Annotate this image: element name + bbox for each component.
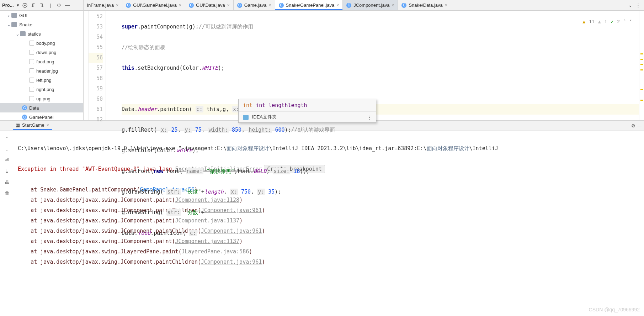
tab-snake-gamepanel[interactable]: CSnake\GamePanel.java×	[275, 0, 343, 10]
tab-inframe[interactable]: inFrame.java×	[84, 0, 122, 10]
tree-folder-snake[interactable]: ⌄Snake	[0, 20, 83, 29]
image-file-icon	[29, 78, 34, 83]
tab-gui-gamepanel[interactable]: CGUI\GamePanel.java×	[122, 0, 185, 10]
inspection-lens[interactable]: ▲11 ▲1 ✔2 ˄ ˅	[582, 16, 632, 27]
image-file-icon	[29, 87, 34, 92]
tree-file[interactable]: body.png	[0, 38, 83, 48]
run-tab-startgame[interactable]: ▦ StartGame ×	[13, 121, 52, 130]
project-header: Pro... ▾ ⇵ ⇅ | ⚙ —	[0, 0, 84, 10]
class-icon: C	[22, 115, 27, 120]
image-file-icon	[29, 41, 34, 46]
close-icon[interactable]: ×	[179, 3, 181, 8]
stop-icon[interactable]: ↓	[6, 146, 8, 152]
tab-overflow: ⌄ ⋮	[625, 0, 644, 10]
tree-folder-statics[interactable]: ⌄statics	[0, 29, 83, 38]
chevron-right-icon[interactable]: ›	[6, 13, 11, 18]
tree-file[interactable]: up.png	[0, 94, 83, 103]
class-icon: C	[237, 3, 242, 8]
hide-icon[interactable]: —	[65, 2, 70, 8]
folder-icon	[11, 22, 17, 27]
gear-icon[interactable]: ⚙	[56, 2, 62, 8]
target-icon[interactable]	[22, 2, 28, 8]
more-icon[interactable]: ⋮	[367, 115, 372, 120]
tree-file[interactable]: header.jpg	[0, 66, 83, 75]
tab-snake-data[interactable]: CSnake\Data.java×	[398, 0, 451, 10]
top-bar: Pro... ▾ ⇵ ⇅ | ⚙ — inFrame.java× CGUI\Ga…	[0, 0, 644, 11]
close-icon[interactable]: ×	[445, 3, 447, 8]
class-icon: C	[22, 105, 27, 110]
popup-signature: int int lengthlength	[239, 99, 376, 111]
class-icon: C	[189, 3, 194, 8]
class-icon: C	[279, 3, 284, 8]
tab-game[interactable]: CGame.java×	[234, 0, 275, 10]
image-file-icon	[29, 96, 34, 101]
left-gutter	[84, 11, 89, 120]
image-file-icon	[29, 68, 34, 73]
close-icon[interactable]: ×	[269, 3, 271, 8]
tree-file[interactable]: down.png	[0, 48, 83, 57]
chevron-down-icon[interactable]: ˅	[629, 16, 632, 27]
tab-jcomponent[interactable]: CJComponent.java×	[343, 0, 398, 10]
print-icon[interactable]: 🖶	[5, 179, 9, 185]
run-config-icon: ▦	[16, 122, 20, 128]
popup-location: IDEA文件夹	[243, 114, 277, 120]
tree-file[interactable]: left.png	[0, 75, 83, 85]
run-side-toolbar: ↑ ↓ ⏎ ⤓ 🖶 🗑	[0, 131, 14, 270]
class-icon: C	[346, 3, 351, 8]
scroll-to-end-icon[interactable]: ⤓	[5, 168, 9, 174]
close-icon[interactable]: ×	[227, 3, 230, 8]
rerun-icon[interactable]: ↑	[6, 135, 8, 141]
tree-file[interactable]: food.png	[0, 57, 83, 66]
chevron-up-icon[interactable]: ˄	[623, 16, 626, 27]
tree-class-gamepanel[interactable]: CGamePanel	[0, 112, 83, 120]
close-icon[interactable]: ×	[336, 3, 339, 8]
watermark: CSDN @qq_70966992	[589, 307, 640, 312]
close-icon[interactable]: ×	[47, 123, 49, 128]
more-icon[interactable]: ⋮	[636, 2, 640, 8]
collapse-all-icon[interactable]: ⇅	[39, 2, 45, 8]
project-label[interactable]: Pro...	[2, 2, 14, 8]
close-icon[interactable]: ×	[392, 3, 394, 8]
divider-icon: |	[48, 2, 53, 8]
chevron-down-icon[interactable]: ⌄	[628, 2, 632, 8]
quick-doc-popup[interactable]: int int lengthlength IDEA文件夹 ⋮	[238, 99, 376, 123]
right-gutter[interactable]	[639, 11, 644, 120]
weak-warning-icon: ▲	[598, 16, 601, 27]
warning-icon: ▲	[582, 16, 585, 27]
svg-point-1	[24, 5, 26, 6]
check-icon: ✔	[611, 16, 613, 27]
tree-folder-gui[interactable]: ›GUI	[0, 11, 83, 20]
tree-file[interactable]: right.png	[0, 85, 83, 94]
line-numbers: 52535455 56575859606162	[89, 11, 106, 120]
chevron-down-icon[interactable]: ⌄	[15, 31, 20, 37]
class-icon: C	[126, 3, 131, 8]
dropdown-icon[interactable]: ▾	[17, 2, 19, 8]
tree-class-data[interactable]: CData	[0, 103, 83, 112]
tab-gui-data[interactable]: CGUI\Data.java×	[185, 0, 234, 10]
folder-icon	[11, 13, 17, 18]
image-file-icon	[29, 50, 34, 55]
folder-icon	[20, 31, 26, 36]
soft-wrap-icon[interactable]: ⏎	[5, 157, 9, 163]
clear-icon[interactable]: 🗑	[5, 190, 9, 196]
class-icon: C	[401, 3, 406, 8]
project-tree[interactable]: ›GUI ⌄Snake ⌄statics body.png down.png f…	[0, 11, 84, 120]
close-icon[interactable]: ×	[116, 3, 118, 8]
editor-tabs: inFrame.java× CGUI\GamePanel.java× CGUI\…	[84, 0, 625, 10]
image-file-icon	[29, 59, 34, 64]
chevron-down-icon[interactable]: ⌄	[6, 22, 11, 27]
expand-all-icon[interactable]: ⇵	[31, 2, 36, 8]
